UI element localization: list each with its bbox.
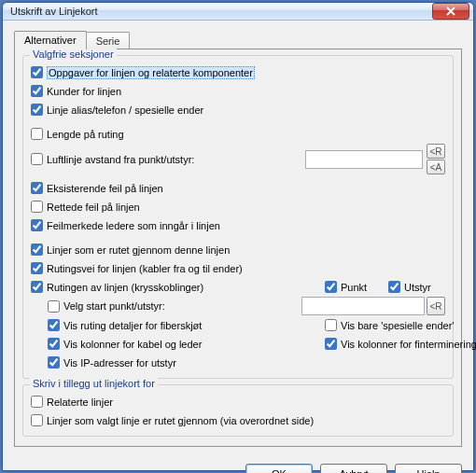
lbl-linjer-via-overordnet: Linjer som valgt linje er rutet gjennom …: [47, 415, 314, 426]
lbl-punkt: Punkt: [341, 282, 367, 293]
cb-utstyr[interactable]: [388, 281, 400, 293]
lbl-lengde: Lengde på ruting: [47, 129, 124, 140]
cb-alias[interactable]: [31, 104, 43, 116]
btn-r2[interactable]: <R: [427, 297, 445, 315]
cb-feilmerkede[interactable]: [31, 219, 43, 231]
group-title-2: Skriv i tillegg ut linjekort for: [30, 378, 158, 389]
help-button[interactable]: Hjelp: [395, 464, 462, 473]
lbl-velg-start: Velg start punkt/utstyr:: [63, 300, 165, 312]
button-bar: OK Avbryt Hjelp: [3, 456, 473, 473]
btn-a[interactable]: <A: [427, 160, 445, 174]
cb-luftlinje[interactable]: [31, 153, 43, 165]
cb-kunder[interactable]: [31, 85, 43, 97]
lbl-relaterte: Relaterte linjer: [47, 396, 113, 408]
lbl-vis-bare-spesielle: Vis bare 'spesielle ender': [341, 320, 454, 331]
cb-vis-bare-spesielle[interactable]: [325, 319, 337, 331]
btn-r[interactable]: <R: [427, 144, 445, 159]
titlebar: Utskrift av Linjekort: [3, 3, 473, 21]
lbl-kunder: Kunder for linjen: [47, 86, 121, 97]
lbl-rutingsvei: Rutingsvei for linjen (kabler fra og til…: [47, 263, 243, 274]
ok-button[interactable]: OK: [245, 464, 313, 473]
lbl-oppgaver: Oppgaver for linjen og relaterte kompone…: [47, 66, 255, 79]
client-area: Alternativer Serie Valgfrie seksjoner Op…: [3, 21, 473, 456]
lbl-vis-ruting-detaljer: Vis ruting detaljer for fiberskjøt: [63, 320, 202, 331]
lbl-rettede-feil: Rettede feil på linjen: [47, 202, 140, 213]
group-skriv-tillegg: Skriv i tillegg ut linjekort for Relater…: [22, 384, 454, 437]
lbl-rutingen: Rutingen av linjen (krysskoblinger): [47, 282, 203, 293]
lbl-vis-kolonner-finterm: Vis kolonner for finterminering: [341, 339, 476, 350]
group-title: Valgfrie seksjoner: [30, 49, 117, 60]
cb-linjer-rutet[interactable]: [31, 243, 43, 256]
lbl-feilmerkede: Feilmerkede ledere som inngår i linjen: [47, 220, 220, 231]
cb-lengde[interactable]: [31, 128, 43, 140]
dialog-window: Utskrift av Linjekort Alternativer Serie…: [2, 2, 474, 471]
close-button[interactable]: [432, 3, 469, 20]
lbl-vis-kolonner-kabel: Vis kolonner for kabel og leder: [63, 339, 202, 350]
tab-strip: Alternativer Serie: [14, 30, 462, 49]
lbl-linjer-rutet: Linjer som er rutet gjennom denne linjen: [47, 244, 230, 256]
input-luftlinje[interactable]: [305, 150, 423, 169]
close-icon: [446, 7, 455, 16]
lbl-luftlinje: Luftlinje avstand fra punkt/utstyr:: [47, 154, 194, 165]
cancel-button[interactable]: Avbryt: [320, 464, 387, 473]
tab-panel: Valgfrie seksjoner Oppgaver for linjen o…: [14, 49, 462, 447]
window-title: Utskrift av Linjekort: [10, 6, 432, 17]
cb-punkt[interactable]: [325, 281, 337, 293]
cb-vis-kolonner-finterm[interactable]: [325, 338, 337, 350]
lbl-utstyr: Utstyr: [404, 282, 431, 293]
cb-vis-ruting-detaljer[interactable]: [48, 319, 60, 331]
lbl-vis-ip: Vis IP-adresser for utstyr: [63, 357, 176, 369]
cb-vis-ip[interactable]: [48, 356, 60, 369]
cb-rettede-feil[interactable]: [31, 201, 43, 213]
cb-rutingsvei[interactable]: [31, 262, 43, 274]
cb-velg-start[interactable]: [48, 300, 60, 313]
group-valgfrie-seksjoner: Valgfrie seksjoner Oppgaver for linjen o…: [22, 55, 454, 379]
tab-serie[interactable]: Serie: [86, 32, 131, 49]
lbl-eksisterende-feil: Eksisterende feil på linjen: [47, 183, 163, 194]
tab-alternativer[interactable]: Alternativer: [14, 31, 87, 49]
input-start[interactable]: [301, 297, 425, 315]
cb-vis-kolonner-kabel[interactable]: [48, 338, 60, 350]
cb-linjer-via-overordnet[interactable]: [31, 414, 43, 426]
cb-relaterte[interactable]: [31, 396, 43, 408]
cb-oppgaver[interactable]: [31, 66, 43, 78]
lbl-alias: Linje alias/telefon / spesielle ender: [47, 104, 203, 116]
cb-eksisterende-feil[interactable]: [31, 182, 43, 194]
cb-rutingen[interactable]: [31, 281, 43, 293]
